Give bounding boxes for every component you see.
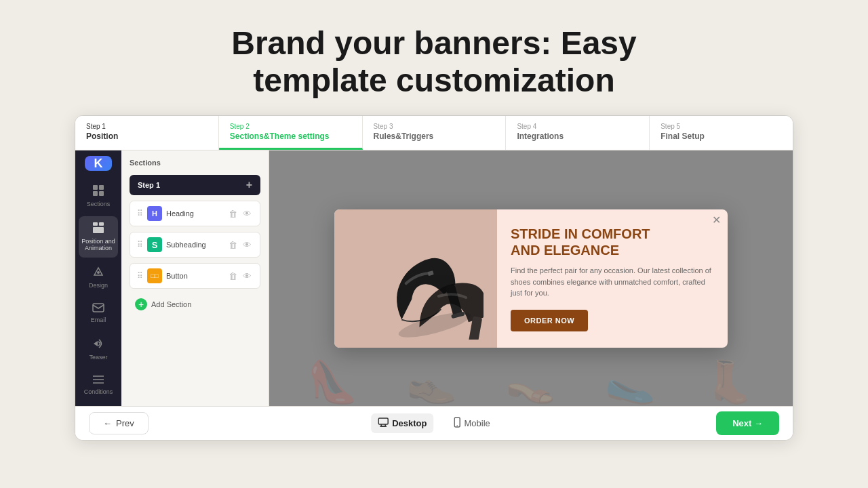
subheading-row-icon: S bbox=[147, 237, 162, 252]
section-row-button[interactable]: ⠿ □□ Button 🗑 👁 bbox=[130, 263, 260, 289]
main-area: K Sections bbox=[75, 150, 793, 406]
step4-label: Step 4 bbox=[517, 123, 638, 130]
position-nav-label: Position and Animation bbox=[81, 238, 115, 253]
heading-row-icon: H bbox=[147, 206, 162, 221]
button-row-label: Button bbox=[166, 272, 223, 280]
banner-content: STRIDE IN COMFORT AND ELEGANCE Find the … bbox=[497, 209, 728, 348]
heading-eye-btn[interactable]: 👁 bbox=[241, 207, 253, 220]
design-icon bbox=[92, 266, 104, 280]
svg-rect-2 bbox=[93, 191, 98, 196]
step3-label: Step 3 bbox=[374, 123, 495, 130]
svg-rect-4 bbox=[93, 222, 98, 226]
teaser-icon bbox=[92, 338, 104, 352]
ui-container: Step 1 Position Step 2 Sections&Theme se… bbox=[75, 115, 793, 441]
sidebar-nav: K Sections bbox=[75, 150, 121, 406]
svg-rect-3 bbox=[99, 191, 104, 196]
step1-title: Position bbox=[86, 131, 208, 141]
heading-row-label: Heading bbox=[166, 209, 223, 218]
prev-arrow-icon: ← bbox=[103, 418, 112, 428]
heading-delete-btn[interactable]: 🗑 bbox=[227, 207, 239, 220]
drag-handle-subheading[interactable]: ⠿ bbox=[137, 240, 143, 249]
add-section-label: Add Section bbox=[151, 300, 191, 308]
step1-label: Step 1 bbox=[86, 123, 208, 130]
subheading-delete-btn[interactable]: 🗑 bbox=[227, 239, 239, 251]
button-eye-btn[interactable]: 👁 bbox=[241, 270, 253, 283]
banner-popup: STRIDE IN COMFORT AND ELEGANCE Find the … bbox=[334, 209, 728, 348]
device-toggle: Desktop Mobile bbox=[371, 413, 497, 434]
sections-icon bbox=[92, 184, 104, 199]
sections-nav-label: Sections bbox=[87, 201, 111, 208]
step-1[interactable]: Step 1 Position bbox=[75, 116, 219, 150]
button-row-actions: 🗑 👁 bbox=[227, 270, 253, 283]
design-nav-label: Design bbox=[89, 282, 108, 289]
svg-rect-8 bbox=[93, 304, 104, 312]
desktop-icon bbox=[378, 418, 389, 429]
heading-line1: Brand your banners: Easy bbox=[231, 25, 637, 61]
step5-title: Final Setup bbox=[660, 131, 782, 141]
sidebar-item-teaser[interactable]: Teaser bbox=[79, 332, 118, 367]
sidebar-item-sections[interactable]: Sections bbox=[79, 179, 118, 214]
banner-image bbox=[334, 209, 497, 348]
step-3[interactable]: Step 3 Rules&Triggers bbox=[363, 116, 507, 150]
email-icon bbox=[92, 303, 104, 314]
sidebar-item-position[interactable]: Position and Animation bbox=[79, 216, 118, 258]
step3-title: Rules&Triggers bbox=[374, 131, 495, 141]
sidebar-item-design[interactable]: Design bbox=[79, 260, 118, 295]
mobile-label: Mobile bbox=[465, 418, 490, 428]
next-label: Next → bbox=[732, 418, 763, 428]
background-shoes: 👠👞👡🥿👢 bbox=[269, 358, 793, 406]
section-row-heading[interactable]: ⠿ H Heading 🗑 👁 bbox=[130, 201, 260, 226]
steps-bar: Step 1 Position Step 2 Sections&Theme se… bbox=[75, 116, 793, 150]
heading-row-actions: 🗑 👁 bbox=[227, 207, 253, 220]
banner-description: Find the perfect pair for any occasion. … bbox=[511, 265, 714, 299]
step-button-plus: + bbox=[246, 180, 252, 190]
page-heading: Brand your banners: Easy template custom… bbox=[0, 0, 868, 115]
button-delete-btn[interactable]: 🗑 bbox=[227, 270, 239, 283]
prev-button[interactable]: ← Prev bbox=[89, 412, 149, 434]
step-5[interactable]: Step 5 Final Setup bbox=[650, 116, 793, 150]
heading-line2: template customization bbox=[253, 62, 614, 98]
step-button[interactable]: Step 1 + bbox=[130, 175, 260, 195]
svg-rect-18 bbox=[378, 418, 388, 424]
section-row-subheading[interactable]: ⠿ S Subheading 🗑 👁 bbox=[130, 232, 260, 258]
step4-title: Integrations bbox=[517, 131, 638, 141]
sidebar-item-email[interactable]: Email bbox=[79, 298, 118, 329]
svg-point-7 bbox=[97, 271, 100, 274]
banner-close-button[interactable]: ✕ bbox=[712, 215, 721, 226]
bottom-bar: ← Prev Desktop bbox=[75, 406, 793, 440]
add-circle-icon: + bbox=[135, 298, 147, 310]
conditions-icon bbox=[92, 375, 104, 386]
mobile-icon bbox=[454, 417, 461, 430]
banner-cta-button[interactable]: ORDER NOW bbox=[511, 310, 588, 331]
email-nav-label: Email bbox=[91, 317, 106, 324]
add-section-button[interactable]: + Add Section bbox=[130, 294, 260, 314]
mobile-toggle-button[interactable]: Mobile bbox=[448, 413, 497, 434]
drag-handle-heading[interactable]: ⠿ bbox=[137, 209, 143, 218]
subheading-eye-btn[interactable]: 👁 bbox=[241, 239, 253, 251]
subheading-row-label: Subheading bbox=[166, 241, 223, 249]
logo: K bbox=[85, 156, 112, 170]
svg-rect-0 bbox=[93, 185, 98, 190]
drag-handle-button[interactable]: ⠿ bbox=[137, 271, 143, 281]
step-button-label: Step 1 bbox=[138, 181, 160, 189]
teaser-nav-label: Teaser bbox=[89, 354, 107, 361]
svg-point-21 bbox=[457, 426, 458, 427]
step5-label: Step 5 bbox=[660, 123, 782, 130]
position-icon bbox=[92, 222, 104, 236]
banner-title: STRIDE IN COMFORT AND ELEGANCE bbox=[511, 226, 714, 258]
step2-label: Step 2 bbox=[230, 123, 351, 130]
desktop-label: Desktop bbox=[392, 418, 427, 428]
svg-rect-6 bbox=[93, 227, 104, 233]
preview-area: 👠👞👡🥿👢 bbox=[269, 150, 793, 406]
prev-label: Prev bbox=[116, 418, 134, 428]
desktop-toggle-button[interactable]: Desktop bbox=[371, 413, 433, 433]
step2-title: Sections&Theme settings bbox=[230, 131, 351, 141]
step-4[interactable]: Step 4 Integrations bbox=[506, 116, 650, 150]
step-2[interactable]: Step 2 Sections&Theme settings bbox=[219, 116, 363, 150]
subheading-row-actions: 🗑 👁 bbox=[227, 239, 253, 251]
svg-rect-5 bbox=[99, 222, 104, 226]
sections-panel-title: Sections bbox=[130, 159, 260, 167]
next-button[interactable]: Next → bbox=[716, 411, 779, 435]
logo-letter: K bbox=[94, 157, 103, 171]
sidebar-item-conditions[interactable]: Conditions bbox=[79, 369, 118, 401]
